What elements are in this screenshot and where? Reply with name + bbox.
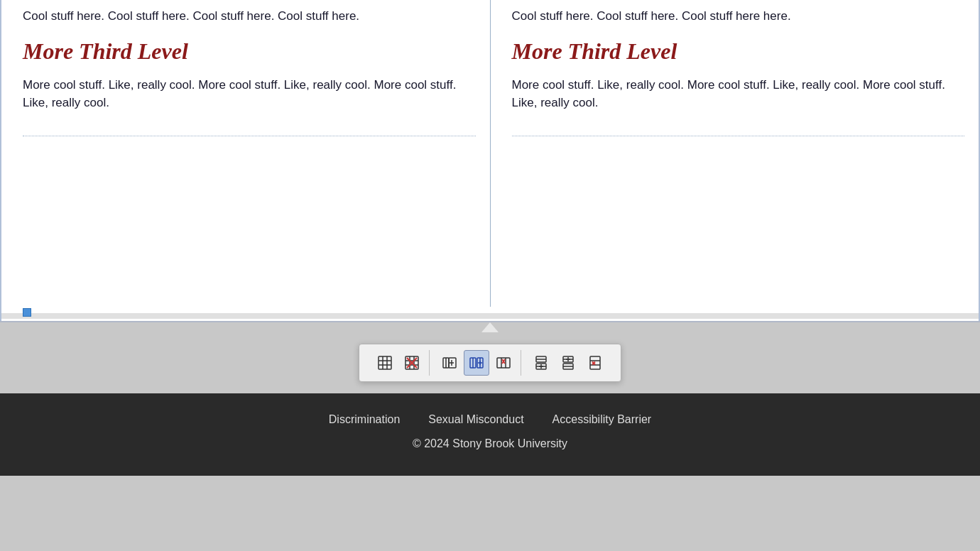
scrollbar-track[interactable] — [1, 313, 979, 319]
insert-col-after-button[interactable] — [464, 350, 489, 376]
insert-row-above-button[interactable] — [528, 350, 554, 376]
delete-table-button[interactable] — [399, 350, 425, 376]
insert-col-before-button[interactable] — [437, 350, 462, 376]
col2-top-text: Cool stuff here. Cool stuff here. Cool s… — [512, 7, 965, 26]
scrollbar-area[interactable] — [0, 307, 980, 321]
footer-link-discrimination[interactable]: Discrimination — [329, 413, 400, 426]
delete-row-button[interactable] — [582, 350, 608, 376]
column-right-bottom — [512, 136, 965, 285]
toolbar-group-table — [368, 350, 430, 376]
toolbar-group-rows — [524, 350, 612, 376]
column-right: Cool stuff here. Cool stuff here. Cool s… — [491, 0, 979, 307]
footer-link-sexual-misconduct[interactable]: Sexual Misconduct — [428, 413, 523, 426]
column-left-top: Cool stuff here. Cool stuff here. Cool s… — [23, 7, 476, 136]
svg-rect-40 — [590, 356, 600, 369]
main-content: Cool stuff here. Cool stuff here. Cool s… — [0, 0, 980, 322]
toolbar-arrow — [481, 322, 499, 332]
column-right-top: Cool stuff here. Cool stuff here. Cool s… — [512, 7, 965, 136]
toolbar-popup-area — [0, 322, 980, 393]
col1-top-text: Cool stuff here. Cool stuff here. Cool s… — [23, 7, 476, 26]
column-left: Cool stuff here. Cool stuff here. Cool s… — [1, 0, 491, 307]
svg-rect-0 — [379, 356, 391, 369]
delete-col-button[interactable] — [491, 350, 516, 376]
toolbar-popup — [359, 344, 621, 382]
insert-row-below-button[interactable] — [555, 350, 581, 376]
col2-heading: More Third Level — [512, 38, 965, 65]
col1-bottom-text: More cool stuff. Like, really cool. More… — [23, 76, 476, 112]
col1-heading: More Third Level — [23, 38, 476, 65]
scrollbar-thumb[interactable] — [23, 308, 31, 317]
columns-wrapper: Cool stuff here. Cool stuff here. Cool s… — [0, 0, 980, 307]
footer: Discrimination Sexual Misconduct Accessi… — [0, 393, 980, 476]
footer-links: Discrimination Sexual Misconduct Accessi… — [0, 413, 980, 426]
svg-rect-23 — [497, 358, 510, 368]
insert-table-button[interactable] — [372, 350, 398, 376]
column-left-bottom — [23, 136, 476, 285]
footer-link-accessibility-barrier[interactable]: Accessibility Barrier — [552, 413, 652, 426]
col2-bottom-text: More cool stuff. Like, really cool. More… — [512, 76, 965, 112]
footer-copyright: © 2024 Stony Brook University — [0, 437, 980, 450]
toolbar-group-columns — [432, 350, 521, 376]
